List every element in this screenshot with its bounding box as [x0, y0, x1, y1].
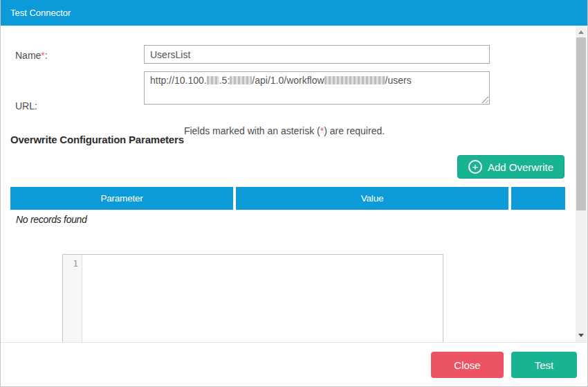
url-text-part: .5: [219, 75, 230, 86]
url-label: URL: [15, 100, 37, 111]
empty-table-message: No records found [16, 214, 87, 225]
redacted-text [230, 76, 252, 84]
editor-content[interactable] [82, 255, 443, 343]
url-input[interactable]: http://10.100..5:/api/1.0/workflow/users [144, 71, 490, 105]
close-button[interactable]: Close [431, 352, 504, 378]
redacted-text [324, 76, 385, 84]
redacted-text [207, 76, 219, 84]
url-text-part: http://10.100. [150, 75, 207, 86]
scrollbar-thumb[interactable] [576, 37, 586, 210]
vertical-scrollbar[interactable] [576, 26, 587, 343]
dialog-footer: Close Test [1, 342, 587, 386]
dialog-title: Test Connector [10, 8, 71, 18]
add-overwrite-label: Add Overwrite [488, 161, 553, 173]
add-overwrite-button[interactable]: Add Overwrite [457, 155, 564, 179]
scroll-down-arrow[interactable] [576, 330, 587, 341]
textarea-resize-handle[interactable] [481, 96, 488, 103]
name-label: Name*: [15, 50, 48, 61]
column-header-parameter: Parameter [10, 187, 233, 210]
column-header-actions [511, 187, 565, 210]
note-text: Fields marked with an asterisk ( [184, 125, 320, 136]
url-text-part: /api/1.0/workflow [252, 75, 324, 86]
note-text: ) are required. [324, 125, 385, 136]
scroll-up-arrow[interactable] [576, 26, 587, 37]
triangle-up-icon [578, 30, 584, 34]
triangle-down-icon [578, 334, 584, 337]
overwrite-section-heading: Overwrite Configuration Parameters [10, 134, 184, 145]
url-text-part: /users [385, 75, 412, 86]
overwrite-table-header: Parameter Value [10, 187, 565, 210]
test-connector-dialog: Test Connector Name*: URL: http://10.100… [0, 0, 588, 387]
name-label-colon: : [45, 50, 48, 61]
plus-circle-icon [468, 160, 482, 174]
column-header-value: Value [236, 187, 508, 210]
editor-gutter: 1 [63, 255, 82, 343]
line-number: 1 [73, 258, 78, 269]
name-input[interactable] [144, 45, 490, 64]
test-button[interactable]: Test [511, 352, 577, 378]
name-label-text: Name [15, 50, 41, 61]
dialog-titlebar: Test Connector [1, 0, 587, 26]
dialog-body: Name*: URL: http://10.100..5:/api/1.0/wo… [1, 26, 587, 343]
code-editor[interactable]: 1 [62, 254, 443, 343]
